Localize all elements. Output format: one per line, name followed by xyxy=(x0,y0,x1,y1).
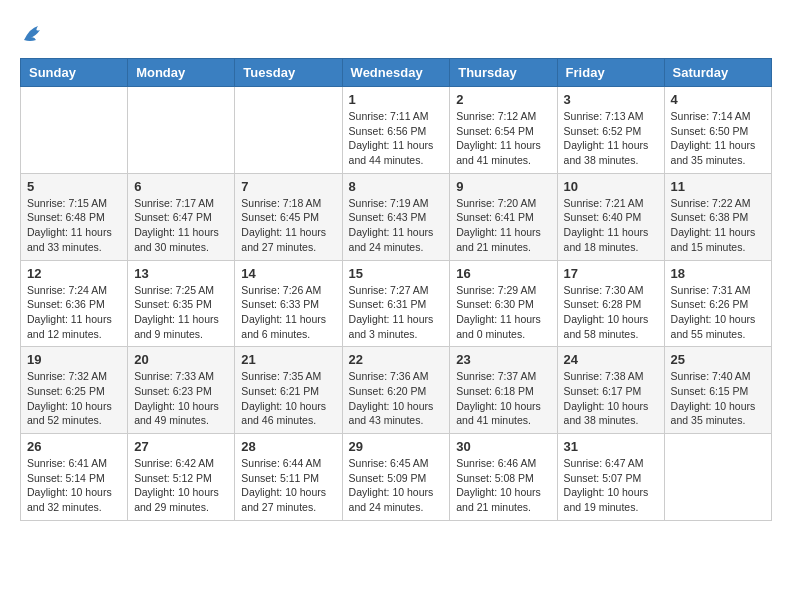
day-info: Sunrise: 6:41 AM Sunset: 5:14 PM Dayligh… xyxy=(27,456,121,515)
page-header xyxy=(20,20,772,48)
day-number: 27 xyxy=(134,439,228,454)
calendar-day-cell: 4Sunrise: 7:14 AM Sunset: 6:50 PM Daylig… xyxy=(664,87,771,174)
calendar-week-row: 12Sunrise: 7:24 AM Sunset: 6:36 PM Dayli… xyxy=(21,260,772,347)
day-info: Sunrise: 6:47 AM Sunset: 5:07 PM Dayligh… xyxy=(564,456,658,515)
day-info: Sunrise: 7:13 AM Sunset: 6:52 PM Dayligh… xyxy=(564,109,658,168)
day-info: Sunrise: 7:25 AM Sunset: 6:35 PM Dayligh… xyxy=(134,283,228,342)
weekday-header-row: SundayMondayTuesdayWednesdayThursdayFrid… xyxy=(21,59,772,87)
calendar-day-cell: 23Sunrise: 7:37 AM Sunset: 6:18 PM Dayli… xyxy=(450,347,557,434)
calendar-week-row: 19Sunrise: 7:32 AM Sunset: 6:25 PM Dayli… xyxy=(21,347,772,434)
calendar-day-cell: 15Sunrise: 7:27 AM Sunset: 6:31 PM Dayli… xyxy=(342,260,450,347)
weekday-header-monday: Monday xyxy=(128,59,235,87)
calendar-day-cell: 2Sunrise: 7:12 AM Sunset: 6:54 PM Daylig… xyxy=(450,87,557,174)
day-number: 10 xyxy=(564,179,658,194)
day-info: Sunrise: 6:46 AM Sunset: 5:08 PM Dayligh… xyxy=(456,456,550,515)
day-number: 1 xyxy=(349,92,444,107)
weekday-header-tuesday: Tuesday xyxy=(235,59,342,87)
day-info: Sunrise: 6:44 AM Sunset: 5:11 PM Dayligh… xyxy=(241,456,335,515)
day-number: 12 xyxy=(27,266,121,281)
day-info: Sunrise: 7:31 AM Sunset: 6:26 PM Dayligh… xyxy=(671,283,765,342)
day-number: 9 xyxy=(456,179,550,194)
day-number: 8 xyxy=(349,179,444,194)
day-info: Sunrise: 7:22 AM Sunset: 6:38 PM Dayligh… xyxy=(671,196,765,255)
day-number: 29 xyxy=(349,439,444,454)
calendar-week-row: 26Sunrise: 6:41 AM Sunset: 5:14 PM Dayli… xyxy=(21,434,772,521)
calendar-day-cell: 31Sunrise: 6:47 AM Sunset: 5:07 PM Dayli… xyxy=(557,434,664,521)
day-info: Sunrise: 7:30 AM Sunset: 6:28 PM Dayligh… xyxy=(564,283,658,342)
calendar-day-cell: 5Sunrise: 7:15 AM Sunset: 6:48 PM Daylig… xyxy=(21,173,128,260)
day-info: Sunrise: 7:40 AM Sunset: 6:15 PM Dayligh… xyxy=(671,369,765,428)
empty-cell xyxy=(128,87,235,174)
day-number: 4 xyxy=(671,92,765,107)
calendar-day-cell: 1Sunrise: 7:11 AM Sunset: 6:56 PM Daylig… xyxy=(342,87,450,174)
calendar-day-cell: 12Sunrise: 7:24 AM Sunset: 6:36 PM Dayli… xyxy=(21,260,128,347)
empty-cell xyxy=(664,434,771,521)
day-number: 28 xyxy=(241,439,335,454)
calendar-day-cell: 21Sunrise: 7:35 AM Sunset: 6:21 PM Dayli… xyxy=(235,347,342,434)
day-info: Sunrise: 7:12 AM Sunset: 6:54 PM Dayligh… xyxy=(456,109,550,168)
calendar-day-cell: 20Sunrise: 7:33 AM Sunset: 6:23 PM Dayli… xyxy=(128,347,235,434)
calendar-day-cell: 27Sunrise: 6:42 AM Sunset: 5:12 PM Dayli… xyxy=(128,434,235,521)
day-info: Sunrise: 7:38 AM Sunset: 6:17 PM Dayligh… xyxy=(564,369,658,428)
day-info: Sunrise: 7:32 AM Sunset: 6:25 PM Dayligh… xyxy=(27,369,121,428)
day-info: Sunrise: 7:18 AM Sunset: 6:45 PM Dayligh… xyxy=(241,196,335,255)
day-number: 19 xyxy=(27,352,121,367)
day-number: 20 xyxy=(134,352,228,367)
calendar-day-cell: 19Sunrise: 7:32 AM Sunset: 6:25 PM Dayli… xyxy=(21,347,128,434)
day-number: 31 xyxy=(564,439,658,454)
calendar-day-cell: 7Sunrise: 7:18 AM Sunset: 6:45 PM Daylig… xyxy=(235,173,342,260)
calendar-day-cell: 25Sunrise: 7:40 AM Sunset: 6:15 PM Dayli… xyxy=(664,347,771,434)
calendar-day-cell: 11Sunrise: 7:22 AM Sunset: 6:38 PM Dayli… xyxy=(664,173,771,260)
day-number: 13 xyxy=(134,266,228,281)
day-number: 23 xyxy=(456,352,550,367)
day-info: Sunrise: 7:29 AM Sunset: 6:30 PM Dayligh… xyxy=(456,283,550,342)
calendar-week-row: 5Sunrise: 7:15 AM Sunset: 6:48 PM Daylig… xyxy=(21,173,772,260)
day-info: Sunrise: 7:27 AM Sunset: 6:31 PM Dayligh… xyxy=(349,283,444,342)
day-number: 16 xyxy=(456,266,550,281)
day-number: 18 xyxy=(671,266,765,281)
calendar-day-cell: 26Sunrise: 6:41 AM Sunset: 5:14 PM Dayli… xyxy=(21,434,128,521)
calendar-day-cell: 24Sunrise: 7:38 AM Sunset: 6:17 PM Dayli… xyxy=(557,347,664,434)
day-info: Sunrise: 7:20 AM Sunset: 6:41 PM Dayligh… xyxy=(456,196,550,255)
calendar-day-cell: 10Sunrise: 7:21 AM Sunset: 6:40 PM Dayli… xyxy=(557,173,664,260)
weekday-header-wednesday: Wednesday xyxy=(342,59,450,87)
day-info: Sunrise: 7:35 AM Sunset: 6:21 PM Dayligh… xyxy=(241,369,335,428)
day-info: Sunrise: 6:45 AM Sunset: 5:09 PM Dayligh… xyxy=(349,456,444,515)
day-number: 24 xyxy=(564,352,658,367)
empty-cell xyxy=(21,87,128,174)
day-info: Sunrise: 7:17 AM Sunset: 6:47 PM Dayligh… xyxy=(134,196,228,255)
calendar-table: SundayMondayTuesdayWednesdayThursdayFrid… xyxy=(20,58,772,521)
day-number: 22 xyxy=(349,352,444,367)
day-info: Sunrise: 7:36 AM Sunset: 6:20 PM Dayligh… xyxy=(349,369,444,428)
day-number: 3 xyxy=(564,92,658,107)
calendar-day-cell: 14Sunrise: 7:26 AM Sunset: 6:33 PM Dayli… xyxy=(235,260,342,347)
day-info: Sunrise: 7:33 AM Sunset: 6:23 PM Dayligh… xyxy=(134,369,228,428)
calendar-day-cell: 6Sunrise: 7:17 AM Sunset: 6:47 PM Daylig… xyxy=(128,173,235,260)
calendar-day-cell: 28Sunrise: 6:44 AM Sunset: 5:11 PM Dayli… xyxy=(235,434,342,521)
day-info: Sunrise: 6:42 AM Sunset: 5:12 PM Dayligh… xyxy=(134,456,228,515)
day-info: Sunrise: 7:26 AM Sunset: 6:33 PM Dayligh… xyxy=(241,283,335,342)
calendar-week-row: 1Sunrise: 7:11 AM Sunset: 6:56 PM Daylig… xyxy=(21,87,772,174)
calendar-day-cell: 18Sunrise: 7:31 AM Sunset: 6:26 PM Dayli… xyxy=(664,260,771,347)
day-number: 2 xyxy=(456,92,550,107)
day-number: 5 xyxy=(27,179,121,194)
calendar-day-cell: 17Sunrise: 7:30 AM Sunset: 6:28 PM Dayli… xyxy=(557,260,664,347)
day-info: Sunrise: 7:24 AM Sunset: 6:36 PM Dayligh… xyxy=(27,283,121,342)
day-number: 30 xyxy=(456,439,550,454)
calendar-day-cell: 8Sunrise: 7:19 AM Sunset: 6:43 PM Daylig… xyxy=(342,173,450,260)
day-info: Sunrise: 7:37 AM Sunset: 6:18 PM Dayligh… xyxy=(456,369,550,428)
day-info: Sunrise: 7:15 AM Sunset: 6:48 PM Dayligh… xyxy=(27,196,121,255)
day-number: 14 xyxy=(241,266,335,281)
calendar-day-cell: 22Sunrise: 7:36 AM Sunset: 6:20 PM Dayli… xyxy=(342,347,450,434)
day-number: 25 xyxy=(671,352,765,367)
day-number: 21 xyxy=(241,352,335,367)
calendar-day-cell: 9Sunrise: 7:20 AM Sunset: 6:41 PM Daylig… xyxy=(450,173,557,260)
weekday-header-saturday: Saturday xyxy=(664,59,771,87)
day-number: 15 xyxy=(349,266,444,281)
calendar-day-cell: 16Sunrise: 7:29 AM Sunset: 6:30 PM Dayli… xyxy=(450,260,557,347)
day-info: Sunrise: 7:19 AM Sunset: 6:43 PM Dayligh… xyxy=(349,196,444,255)
day-info: Sunrise: 7:14 AM Sunset: 6:50 PM Dayligh… xyxy=(671,109,765,168)
weekday-header-friday: Friday xyxy=(557,59,664,87)
day-number: 11 xyxy=(671,179,765,194)
empty-cell xyxy=(235,87,342,174)
